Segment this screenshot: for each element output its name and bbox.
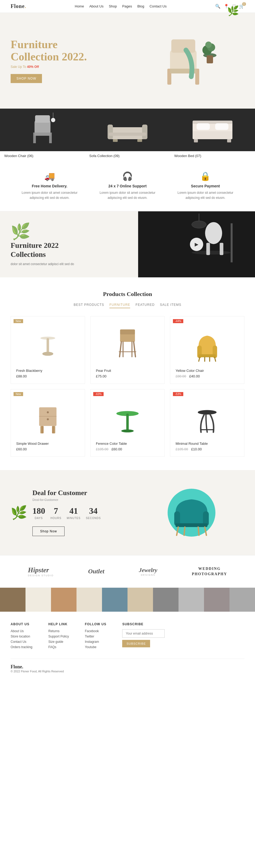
product-img-svg-4 xyxy=(112,397,143,435)
footer-link-youtube[interactable]: Youtube xyxy=(85,645,106,649)
svg-line-71 xyxy=(177,527,178,535)
hero-text: Furniture Collection 2022. Sale Up To 40… xyxy=(11,38,128,83)
svg-point-16 xyxy=(51,118,55,122)
search-icon[interactable]: 🔍 xyxy=(215,4,220,9)
hero-cta-button[interactable]: SHOP NOW xyxy=(11,74,42,83)
tab-best-products[interactable]: BEST PRODUCTS xyxy=(74,302,104,308)
navbar: Flone. Home About Us Shop Pages Blog Con… xyxy=(0,0,255,13)
cart-count: 0 xyxy=(242,2,246,6)
tab-sale-items[interactable]: SALE ITEMS xyxy=(160,302,181,308)
product-price-3: £60.00 xyxy=(16,447,79,451)
product-card-4[interactable]: -63% Ference Color Table £105.00 £60.00 xyxy=(90,389,165,457)
nav-item-home[interactable]: Home xyxy=(75,4,84,8)
gallery-item-4 xyxy=(76,588,102,612)
category-wooden-chair[interactable]: Wooden Chair (06) xyxy=(0,108,85,160)
nav-item-about[interactable]: About Us xyxy=(89,4,103,8)
product-img-4 xyxy=(96,395,159,437)
footer-link-contact[interactable]: Contact Us xyxy=(11,640,32,644)
gallery-item-1 xyxy=(0,588,26,612)
cat-bg-1 xyxy=(0,108,85,151)
product-card-5[interactable]: -53% Minimal Round Table £105.00 £10.00 xyxy=(170,389,244,457)
logo[interactable]: Flone. xyxy=(11,3,26,9)
product-card-2[interactable]: -44% Yellow Color Chair £80.00 £40.00 xyxy=(170,316,244,384)
nav-item-blog[interactable]: Blog xyxy=(137,4,144,8)
product-price-4: £105.00 £60.00 xyxy=(96,447,159,451)
footer-link-support[interactable]: Support Policy xyxy=(48,634,69,638)
product-img-svg-0 xyxy=(32,324,64,362)
footer-about: ABOUT US About Us Store location Contact… xyxy=(11,622,32,651)
footer-link-instagram[interactable]: Instagram xyxy=(85,640,106,644)
gallery-item-2 xyxy=(26,588,51,612)
footer-link-twitter[interactable]: Twitter xyxy=(85,634,106,638)
footer-link-faqs[interactable]: FAQs xyxy=(48,645,69,649)
product-name-4: Ference Color Table xyxy=(96,442,159,445)
footer-email-input[interactable] xyxy=(122,629,165,638)
product-name-5: Minimal Round Table xyxy=(176,442,239,445)
products-section: Products Collection BEST PRODUCTS FURNIT… xyxy=(0,277,255,470)
footer-link-facebook[interactable]: Facebook xyxy=(85,629,106,633)
svg-line-74 xyxy=(198,527,199,535)
nav-item-pages[interactable]: Pages xyxy=(122,4,132,8)
tab-featured[interactable]: FEATURED xyxy=(136,302,155,308)
category-sofa[interactable]: Sofa Collection (09) xyxy=(85,108,170,160)
brand-sub-0: Design Studio xyxy=(28,574,53,577)
footer-social-title: FOLLOW US xyxy=(85,622,106,626)
product-card-3[interactable]: New Simple Wood Drawer £60.00 xyxy=(11,389,85,457)
footer-link-about-us[interactable]: About Us xyxy=(11,629,32,633)
footer-link-store[interactable]: Store location xyxy=(11,634,32,638)
feature-desc-1: Lorem ipsum dolor sit amet consectetur a… xyxy=(96,190,159,200)
brand-logo-3: WEDDINGPhotography xyxy=(192,566,227,577)
product-img-0 xyxy=(16,322,79,364)
product-badge-5: -53% xyxy=(173,392,183,396)
svg-rect-33 xyxy=(207,243,210,255)
footer-link-size[interactable]: Size guide xyxy=(48,640,69,644)
product-img-svg-2 xyxy=(191,324,223,362)
svg-point-31 xyxy=(192,251,231,255)
svg-rect-70 xyxy=(176,523,208,527)
hero-section: Furniture Collection 2022. Sale Up To 40… xyxy=(0,13,255,108)
svg-point-32 xyxy=(205,222,222,244)
category-grid: Wooden Chair (06) Sofa Collection (09) xyxy=(0,108,255,160)
gallery-item-6 xyxy=(128,588,153,612)
product-img-svg-1 xyxy=(112,324,143,362)
footer-link-orders[interactable]: Orders tracking xyxy=(11,645,32,649)
svg-point-65 xyxy=(121,429,134,432)
cat-label-1: Sofa Collection (09) xyxy=(85,151,170,160)
svg-point-9 xyxy=(205,41,212,48)
footer-logo-group: Flone. © 2022 Floner Food, All Rights Re… xyxy=(11,664,64,673)
product-card-0[interactable]: New Fresh Blackberry £88.00 xyxy=(11,316,85,384)
svg-rect-34 xyxy=(220,243,223,255)
category-wooden-bed[interactable]: Wooden Bed (07) xyxy=(170,108,255,160)
brand-hipster: Hipster Design Studio xyxy=(28,566,53,577)
svg-line-44 xyxy=(134,342,136,357)
cart-icon[interactable]: 🛒 0 xyxy=(239,4,244,9)
video-desc: dolor sit amet consectetur adipisci elit… xyxy=(11,262,128,267)
footer-about-title: ABOUT US xyxy=(11,622,32,626)
feature-title-1: 24 x 7 Online Support xyxy=(96,184,159,188)
product-img-1 xyxy=(96,322,159,364)
footer-link-returns[interactable]: Returns xyxy=(48,629,69,633)
nav-item-contact[interactable]: Contact Us xyxy=(150,4,167,8)
product-badge-3: New xyxy=(13,392,23,396)
brand-logo-1: Outlet xyxy=(88,568,104,575)
footer-subscribe: SUBSCRIBE SUBSCRIBE xyxy=(122,622,165,651)
footer-help: HELP LINK Returns Support Policy Size gu… xyxy=(48,622,69,651)
product-card-1[interactable]: Pear Fruit £75.00 xyxy=(90,316,165,384)
deal-plant-right: 🌿 xyxy=(227,5,239,17)
deal-cta-button[interactable]: Shop Now xyxy=(32,527,65,536)
tab-furniture[interactable]: FURNITURE xyxy=(109,302,130,308)
brand-logo-0: Hipster xyxy=(28,566,53,574)
footer: ABOUT US About Us Store location Contact… xyxy=(0,612,255,684)
logo-text: Flone. xyxy=(11,3,26,9)
nav-item-shop[interactable]: Shop xyxy=(109,4,117,8)
product-name-2: Yellow Color Chair xyxy=(176,369,239,373)
gallery-item-7 xyxy=(153,588,179,612)
feature-payment: 🔒 Secure Payment Lorem ipsum dolor sit a… xyxy=(174,171,237,200)
brand-sub-2: DESIGNS xyxy=(139,574,157,576)
cat-bg-3 xyxy=(170,108,255,151)
countdown-days: 180 DAYS xyxy=(32,506,45,520)
subscribe-button[interactable]: SUBSCRIBE xyxy=(122,640,150,647)
footer-social-links: Facebook Twitter Instagram Youtube xyxy=(85,629,106,649)
play-button[interactable]: ▶ xyxy=(190,238,203,251)
footer-columns: ABOUT US About Us Store location Contact… xyxy=(11,622,244,651)
